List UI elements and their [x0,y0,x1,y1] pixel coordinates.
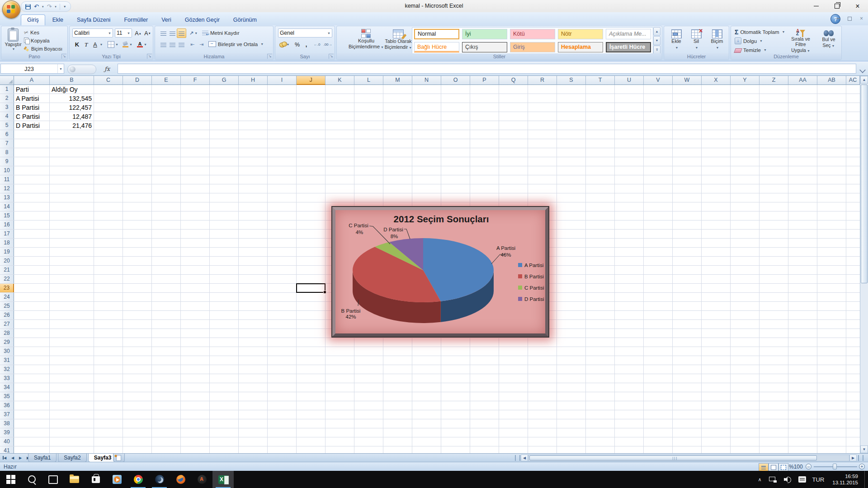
next-sheet-button[interactable]: ▶ [17,455,24,461]
sheet-tab-sayfa1[interactable]: Sayfa1 [28,454,57,462]
insert-function-sphere-icon[interactable] [70,66,75,72]
tab-ekle[interactable]: Ekle [46,14,70,25]
row-header-26[interactable]: 26 [0,311,14,320]
row-header-19[interactable]: 19 [0,248,14,257]
row-header-32[interactable]: 32 [0,365,14,374]
row-header-30[interactable]: 30 [0,347,14,356]
gallery-scroll-up-icon[interactable]: ▲ [653,27,660,36]
format-as-table-button[interactable]: Tablo OlarakBiçimlendir▼ [385,27,412,54]
restore-button[interactable] [826,0,847,12]
hscroll-end-splitter[interactable] [858,455,863,461]
column-header-E[interactable]: E [152,76,181,85]
expand-formula-bar-icon[interactable] [859,67,866,73]
align-bottom-button[interactable] [177,28,186,38]
row-header-40[interactable]: 40 [0,437,14,446]
accounting-format-button[interactable]: ▼ [278,40,291,49]
taskbar-chrome[interactable] [127,471,149,488]
cell-B5[interactable]: 21,476 [50,121,94,130]
legend-swatch-c-partisi[interactable] [518,286,522,290]
cell-B4[interactable]: 12,487 [50,112,94,121]
notification-center-icon[interactable] [798,476,806,483]
column-header-D[interactable]: D [123,76,152,85]
workbook-minimize-button[interactable] [834,15,842,22]
data-label-pct-c-partisi[interactable]: 4% [356,230,363,235]
tray-expand-icon[interactable]: ∧ [758,477,762,483]
row-header-14[interactable]: 14 [0,202,14,211]
column-header-W[interactable]: W [673,76,702,85]
data-label-pct-b-partisi[interactable]: 42% [345,314,356,319]
delete-cells-button[interactable]: Sil▼ [687,27,706,54]
vertical-scrollbar[interactable]: ▲▼ [860,76,868,453]
copy-button[interactable]: Kopyala [24,37,50,44]
taskbar-excel[interactable] [212,471,234,488]
cell-B2[interactable]: 132,545 [50,94,94,103]
cell-A5[interactable]: D Partisi [14,121,50,130]
zoom-out-button[interactable]: – [806,464,811,469]
font-size-select[interactable]: 11▼ [115,28,132,38]
row-header-22[interactable]: 22 [0,275,14,284]
row-header-23[interactable]: 23 [0,284,14,293]
alignment-dialog-launcher[interactable]: ↘ [267,54,272,59]
row-header-34[interactable]: 34 [0,383,14,392]
row-header-29[interactable]: 29 [0,338,14,347]
row-header-20[interactable]: 20 [0,257,14,266]
network-icon[interactable] [769,477,777,483]
fill-color-button[interactable]: ▼ [121,40,134,49]
column-header-AC[interactable]: AC [846,76,860,85]
column-header-C[interactable]: C [94,76,123,85]
column-header-AA[interactable]: AA [788,76,817,85]
cell-style-hesaplama[interactable]: Hesaplama [558,42,603,52]
decrease-decimal-button[interactable]: .00→ [322,40,333,49]
column-header-P[interactable]: P [470,76,499,85]
page-layout-view-button[interactable] [769,463,778,471]
legend-swatch-b-partisi[interactable] [518,274,522,278]
taskbar-daemon-tools[interactable] [149,471,170,488]
column-header-Y[interactable]: Y [731,76,760,85]
legend-swatch-d-partisi[interactable] [518,297,522,301]
row-header-9[interactable]: 9 [0,157,14,166]
row-header-13[interactable]: 13 [0,193,14,202]
tab-giri[interactable]: Giriş [21,14,45,25]
data-label-c-partisi[interactable]: C Partisi [349,223,368,228]
insert-function-button[interactable]: ƒx [99,64,116,74]
taskbar-media-player[interactable] [106,471,127,488]
font-dialog-launcher[interactable]: ↘ [147,54,152,59]
tab-scrollbar-splitter[interactable] [515,455,520,461]
row-header-11[interactable]: 11 [0,175,14,184]
cell-style-n-tr[interactable]: Nötr [558,29,603,39]
column-header-J[interactable]: J [297,76,326,85]
italic-button[interactable]: T [81,40,91,49]
row-header-24[interactable]: 24 [0,293,14,302]
column-header-U[interactable]: U [615,76,644,85]
select-all-corner[interactable] [0,76,14,85]
zoom-slider-handle[interactable] [833,464,837,469]
tab-sayfa-d-zeni[interactable]: Sayfa Düzeni [71,14,117,25]
font-color-button[interactable]: A▼ [136,40,148,49]
cell-A2[interactable]: A Partisi [14,94,50,103]
align-middle-button[interactable] [168,28,177,38]
column-header-I[interactable]: I [268,76,297,85]
cell-style-i-aretli-h-cre[interactable]: İşaretli Hücre [606,42,651,52]
row-header-27[interactable]: 27 [0,320,14,329]
find-select-button[interactable]: Bul veSeç▼ [817,27,840,54]
align-left-button[interactable] [159,40,168,49]
row-header-10[interactable]: 10 [0,166,14,175]
taskbar-aimp[interactable] [191,471,212,488]
percent-style-button[interactable]: % [292,40,302,49]
show-desktop-button[interactable] [864,471,868,488]
cell-B3[interactable]: 122,457 [50,103,94,112]
column-header-Z[interactable]: Z [760,76,788,85]
row-header-18[interactable]: 18 [0,239,14,248]
data-label-pct-d-partisi[interactable]: 8% [391,234,398,239]
zoom-in-button[interactable]: + [859,464,865,469]
legend-swatch-a-partisi[interactable] [518,263,522,267]
insert-worksheet-button[interactable] [113,454,125,462]
row-header-38[interactable]: 38 [0,419,14,428]
name-box-dropdown-icon[interactable]: ▼ [57,64,64,73]
paste-button[interactable]: Yapıştır▼ [3,27,23,54]
orientation-button[interactable]: ↗▼ [188,28,199,38]
column-header-Q[interactable]: Q [499,76,528,85]
zoom-level[interactable]: %100 [789,464,803,470]
cell-style-giri[interactable]: Giriş [510,42,555,52]
sheet-tab-sayfa2[interactable]: Sayfa2 [58,454,86,462]
